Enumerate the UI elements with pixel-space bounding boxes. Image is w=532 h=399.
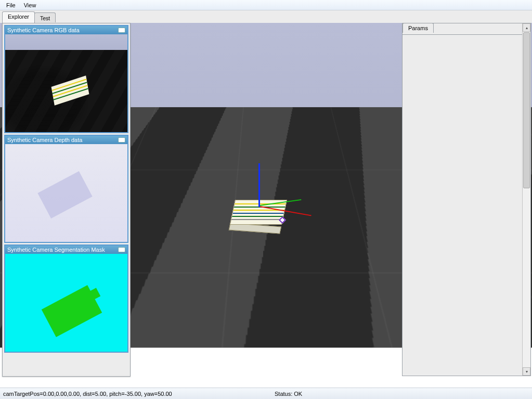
object-stripe: [232, 213, 283, 214]
content-area: Explorer Test Synth: [0, 10, 532, 388]
thumb-depth-image: [5, 144, 127, 242]
gizmo-axis-z[interactable]: [258, 163, 260, 207]
object-stripe: [232, 216, 283, 217]
thumb-depth-object: [37, 171, 92, 218]
thumb-depth-header: Synthetic Camera Depth data: [5, 136, 127, 144]
thumb-depth[interactable]: Synthetic Camera Depth data: [4, 135, 128, 243]
thumb-rgb-header: Synthetic Camera RGB data: [5, 26, 127, 34]
thumbnail-stack: Synthetic Camera RGB data Synthetic Came…: [3, 23, 130, 354]
left-tabstrip: Explorer Test: [2, 11, 55, 23]
params-body: [403, 34, 530, 376]
thumb-toggle-icon[interactable]: [118, 137, 125, 143]
scroll-down-icon[interactable]: ▾: [523, 367, 530, 376]
thumb-rgb-image: [5, 34, 127, 132]
thumb-toggle-icon[interactable]: [118, 28, 125, 33]
tab-params[interactable]: Params: [403, 23, 434, 33]
thumb-rgb-sky: [5, 34, 127, 50]
thumb-seg-image: [5, 254, 127, 352]
thumb-rgb-object: [51, 75, 89, 105]
thumb-toggle-icon[interactable]: [118, 247, 125, 252]
scroll-thumb[interactable]: [523, 32, 530, 188]
explorer-panel: Synthetic Camera RGB data Synthetic Came…: [2, 23, 131, 377]
thumb-rgb[interactable]: Synthetic Camera RGB data: [4, 25, 128, 133]
thumb-stripe: [52, 79, 87, 91]
params-scrollbar[interactable]: ▴ ▾: [522, 23, 530, 376]
thumb-seg-header: Synthetic Camera Segmentation Mask: [5, 246, 127, 254]
statusbar: camTargetPos=0.00,0.00,0.00, dist=5.00, …: [0, 388, 532, 399]
object-stripe: [231, 219, 282, 220]
status-ok: Status: OK: [271, 391, 305, 397]
thumb-seg-title: Synthetic Camera Segmentation Mask: [7, 247, 105, 253]
status-camera: camTargetPos=0.00,0.00,0.00, dist=5.00, …: [0, 391, 175, 397]
tab-explorer[interactable]: Explorer: [2, 11, 35, 23]
menubar: File View: [0, 0, 532, 10]
thumb-seg[interactable]: Synthetic Camera Segmentation Mask: [4, 244, 128, 353]
tab-test[interactable]: Test: [34, 12, 56, 22]
scroll-up-icon[interactable]: ▴: [523, 23, 530, 32]
thumb-rgb-title: Synthetic Camera RGB data: [7, 27, 80, 33]
right-tabstrip: Params: [403, 23, 434, 34]
menu-file[interactable]: File: [2, 1, 20, 9]
thumb-depth-title: Synthetic Camera Depth data: [7, 137, 82, 143]
params-panel: Params ▴ ▾: [402, 23, 531, 376]
menu-view[interactable]: View: [20, 1, 41, 9]
object-stripe: [235, 203, 286, 204]
